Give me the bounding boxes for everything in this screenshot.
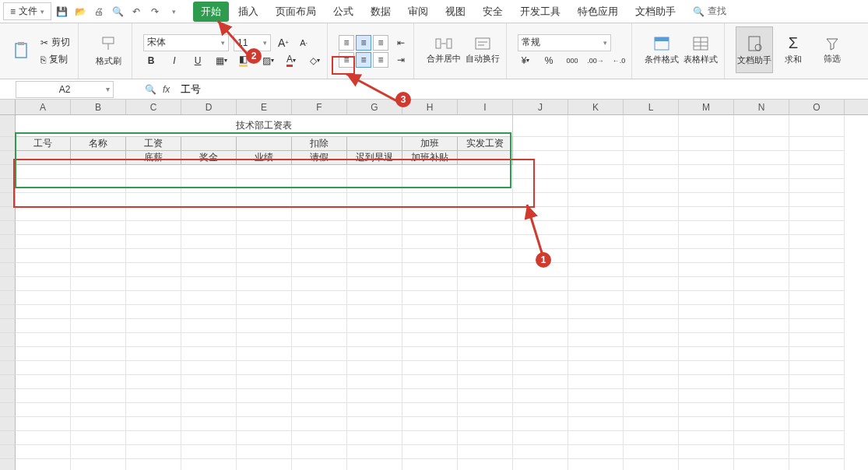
row-number[interactable] [0, 333, 16, 347]
cell[interactable] [402, 403, 458, 417]
tab-devtools[interactable]: 开发工具 [512, 2, 568, 22]
tab-special[interactable]: 特色应用 [570, 2, 626, 22]
cell[interactable] [292, 249, 347, 263]
decrease-font-icon[interactable]: A- [296, 35, 311, 51]
cell[interactable] [679, 221, 734, 235]
increase-font-icon[interactable]: A+ [276, 35, 291, 51]
cell[interactable] [181, 221, 237, 235]
cell[interactable] [402, 193, 458, 207]
font-name-select[interactable]: 宋体▾ [143, 34, 229, 51]
cell[interactable]: 业绩 [237, 151, 292, 165]
cell[interactable] [16, 333, 71, 347]
cell[interactable] [679, 193, 734, 207]
cell[interactable] [126, 207, 181, 221]
cell[interactable] [568, 193, 624, 207]
row-number[interactable] [0, 207, 16, 221]
merge-center-button[interactable]: 合并居中 [425, 26, 462, 73]
cell[interactable] [568, 431, 624, 445]
cell[interactable] [513, 347, 568, 361]
cell[interactable] [16, 165, 71, 179]
cell[interactable] [347, 137, 402, 151]
cell[interactable] [292, 361, 347, 375]
cell[interactable] [126, 235, 181, 249]
cond-format-button[interactable]: 条件格式 [643, 26, 680, 73]
cell[interactable] [237, 249, 292, 263]
cell[interactable] [734, 459, 789, 470]
cell[interactable] [237, 431, 292, 445]
row-number[interactable] [0, 235, 16, 249]
cell[interactable] [789, 375, 845, 389]
cell[interactable] [347, 459, 402, 470]
cell[interactable] [126, 193, 181, 207]
cell[interactable] [734, 179, 789, 193]
cell[interactable] [679, 375, 734, 389]
cell[interactable]: 实发工资 [458, 137, 513, 151]
cell[interactable] [789, 417, 845, 431]
cell[interactable] [568, 291, 624, 305]
cell[interactable] [568, 361, 624, 375]
decrease-decimal-icon[interactable]: ←.0 [611, 53, 627, 68]
cell[interactable] [181, 137, 237, 151]
cell[interactable] [679, 333, 734, 347]
cell[interactable] [513, 403, 568, 417]
qat-open-icon[interactable]: 📂 [72, 3, 89, 20]
cell[interactable] [513, 291, 568, 305]
cell[interactable] [402, 221, 458, 235]
qat-print-icon[interactable]: 🖨 [90, 3, 107, 20]
cell[interactable] [624, 291, 679, 305]
cell[interactable] [16, 305, 71, 319]
row-number[interactable] [0, 347, 16, 361]
align-top-left[interactable]: ≡ [339, 35, 354, 51]
cell[interactable] [181, 263, 237, 277]
row-number[interactable] [0, 115, 16, 137]
cell[interactable] [513, 151, 568, 165]
cell[interactable] [679, 115, 734, 137]
indent-increase-icon[interactable]: ⇥ [393, 52, 409, 68]
cell[interactable] [458, 291, 513, 305]
cell[interactable] [624, 249, 679, 263]
col-header-C[interactable]: C [126, 100, 181, 114]
cell[interactable] [734, 137, 789, 151]
cell[interactable] [734, 115, 789, 137]
cell[interactable] [789, 277, 845, 291]
cell[interactable] [126, 389, 181, 403]
doc-helper-button[interactable]: 文档助手 [736, 26, 773, 73]
cell[interactable] [347, 165, 402, 179]
cell[interactable] [789, 333, 845, 347]
cell[interactable] [624, 445, 679, 459]
cell[interactable] [181, 291, 237, 305]
tab-layout[interactable]: 页面布局 [268, 2, 324, 22]
cell[interactable] [16, 193, 71, 207]
cell[interactable] [402, 207, 458, 221]
cell[interactable] [181, 333, 237, 347]
cell[interactable] [789, 347, 845, 361]
cell[interactable] [292, 221, 347, 235]
cell[interactable] [679, 263, 734, 277]
cell[interactable] [679, 389, 734, 403]
cell[interactable] [789, 221, 845, 235]
table-title-cell[interactable]: 技术部工资表 [16, 115, 513, 137]
cell[interactable] [292, 417, 347, 431]
cell[interactable] [734, 291, 789, 305]
clear-format-icon[interactable]: ◇▾ [307, 53, 322, 68]
row-number[interactable] [0, 305, 16, 319]
cell[interactable] [237, 347, 292, 361]
cell[interactable] [734, 319, 789, 333]
cell[interactable] [126, 431, 181, 445]
cell[interactable] [513, 459, 568, 470]
cell[interactable] [126, 417, 181, 431]
cell[interactable] [292, 263, 347, 277]
row-number[interactable] [0, 417, 16, 431]
cell[interactable] [734, 403, 789, 417]
cell[interactable] [679, 291, 734, 305]
cell[interactable] [734, 445, 789, 459]
cell[interactable]: 工资 [126, 137, 181, 151]
col-header-E[interactable]: E [237, 100, 292, 114]
cell[interactable] [789, 403, 845, 417]
cell[interactable] [402, 333, 458, 347]
cell[interactable] [181, 277, 237, 291]
cell[interactable] [402, 445, 458, 459]
row-number[interactable] [0, 221, 16, 235]
tab-security[interactable]: 安全 [475, 2, 511, 22]
cell[interactable] [734, 165, 789, 179]
